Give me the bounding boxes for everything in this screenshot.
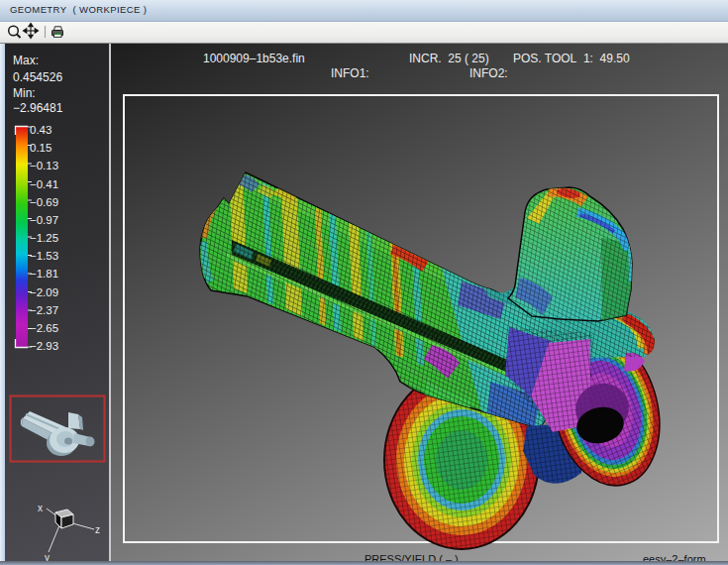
svg-text:z: z xyxy=(95,524,100,535)
svg-text:x: x xyxy=(38,503,43,513)
